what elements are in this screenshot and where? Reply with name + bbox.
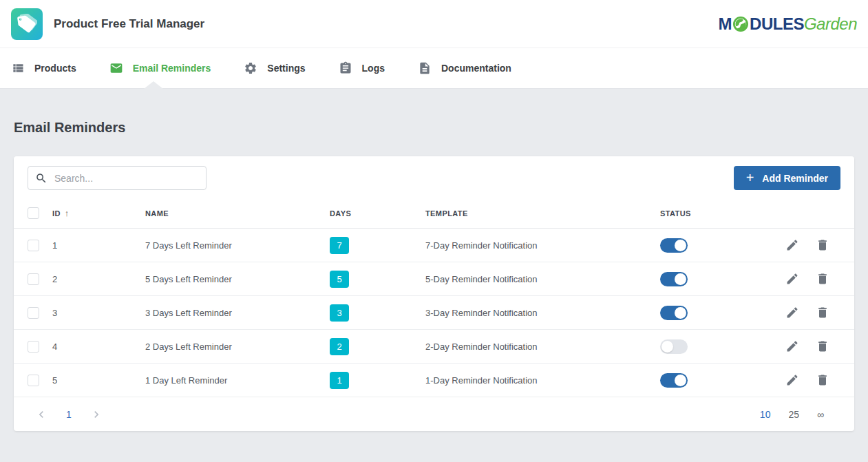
sort-asc-icon: ↑ bbox=[65, 208, 70, 218]
nav-item-documentation[interactable]: Documentation bbox=[418, 61, 511, 75]
clipboard-icon bbox=[339, 61, 352, 75]
nav-label: Settings bbox=[267, 63, 305, 74]
delete-button[interactable] bbox=[816, 272, 829, 286]
delete-button[interactable] bbox=[816, 306, 829, 319]
app-header: Product Free Trial Manager M DULES Garde… bbox=[0, 0, 868, 48]
cell-id: 3 bbox=[52, 308, 145, 318]
price-tag-icon bbox=[17, 14, 37, 34]
search-input[interactable] bbox=[54, 173, 199, 184]
status-toggle[interactable] bbox=[660, 373, 688, 388]
edit-button[interactable] bbox=[785, 238, 799, 252]
status-toggle[interactable] bbox=[660, 339, 688, 354]
status-toggle[interactable] bbox=[660, 272, 688, 286]
trash-icon bbox=[816, 272, 829, 286]
delete-button[interactable] bbox=[816, 238, 829, 252]
add-reminder-button[interactable]: + Add Reminder bbox=[734, 166, 840, 190]
active-tab-caret bbox=[144, 81, 163, 89]
cell-id: 5 bbox=[52, 375, 145, 386]
column-header-status[interactable]: STATUS bbox=[660, 209, 785, 218]
add-reminder-label: Add Reminder bbox=[762, 173, 828, 184]
row-checkbox[interactable] bbox=[28, 341, 39, 353]
table-row: 2 5 Days Left Reminder 5 5-Day Reminder … bbox=[14, 262, 854, 296]
toggle-knob bbox=[675, 273, 686, 285]
brand-text-m: M bbox=[719, 14, 732, 34]
days-badge: 2 bbox=[330, 338, 349, 355]
cell-template: 5-Day Reminder Notification bbox=[425, 274, 660, 284]
pencil-icon bbox=[785, 373, 799, 387]
modulesgarden-logo: M DULES Garden bbox=[719, 14, 857, 34]
main-nav: Products Email Reminders Settings Logs D… bbox=[0, 48, 868, 89]
page-size-10[interactable]: 10 bbox=[760, 409, 771, 420]
cell-template: 1-Day Reminder Notification bbox=[425, 375, 660, 386]
cell-template: 3-Day Reminder Notification bbox=[425, 308, 660, 318]
column-header-template[interactable]: TEMPLATE bbox=[425, 209, 660, 218]
brand-text-dules: DULES bbox=[750, 14, 804, 34]
cell-name: 1 Day Left Reminder bbox=[145, 375, 330, 386]
nav-label: Products bbox=[34, 63, 76, 74]
page-title: Email Reminders bbox=[14, 120, 854, 136]
column-header-days[interactable]: DAYS bbox=[330, 209, 425, 218]
cell-name: 2 Days Left Reminder bbox=[145, 342, 330, 352]
days-badge: 3 bbox=[330, 304, 349, 322]
select-all-checkbox[interactable] bbox=[28, 207, 39, 219]
edit-button[interactable] bbox=[785, 339, 799, 353]
nav-item-settings[interactable]: Settings bbox=[244, 61, 305, 75]
gear-icon bbox=[244, 61, 257, 75]
nav-item-logs[interactable]: Logs bbox=[339, 61, 385, 75]
trash-icon bbox=[816, 238, 829, 252]
status-toggle[interactable] bbox=[660, 238, 688, 253]
cell-template: 7-Day Reminder Notification bbox=[425, 240, 660, 251]
cell-name: 5 Days Left Reminder bbox=[145, 274, 330, 284]
page-content: Email Reminders + Add Reminder ID↑ NAME … bbox=[0, 120, 868, 431]
search-box bbox=[28, 166, 207, 190]
brand-text-garden: Garden bbox=[804, 14, 857, 34]
document-icon bbox=[418, 61, 432, 75]
row-checkbox[interactable] bbox=[28, 375, 39, 386]
table-row: 4 2 Days Left Reminder 2 2-Day Reminder … bbox=[14, 330, 854, 364]
cell-name: 3 Days Left Reminder bbox=[145, 308, 330, 318]
column-header-id[interactable]: ID↑ bbox=[52, 208, 145, 218]
nav-label: Logs bbox=[362, 63, 385, 74]
table-row: 1 7 Days Left Reminder 7 7-Day Reminder … bbox=[14, 229, 854, 262]
chevron-right-icon[interactable] bbox=[89, 408, 103, 421]
nav-label: Documentation bbox=[441, 63, 511, 74]
delete-button[interactable] bbox=[816, 373, 829, 387]
days-badge: 5 bbox=[330, 271, 349, 288]
table-header-row: ID↑ NAME DAYS TEMPLATE STATUS bbox=[14, 198, 854, 229]
email-icon bbox=[109, 61, 123, 75]
pencil-icon bbox=[785, 339, 799, 353]
days-badge: 7 bbox=[330, 237, 349, 254]
nav-item-products[interactable]: Products bbox=[11, 61, 76, 75]
chevron-left-icon[interactable] bbox=[34, 408, 48, 421]
days-badge: 1 bbox=[330, 372, 349, 389]
select-all-cell bbox=[14, 207, 52, 219]
row-checkbox[interactable] bbox=[28, 273, 39, 285]
search-icon bbox=[35, 172, 47, 185]
column-header-name[interactable]: NAME bbox=[145, 209, 330, 218]
page-size-selector: 10 25 ∞ bbox=[760, 409, 824, 420]
globe-icon bbox=[732, 16, 749, 32]
page-size-25[interactable]: 25 bbox=[788, 409, 799, 420]
nav-item-email-reminders[interactable]: Email Reminders bbox=[109, 61, 211, 75]
delete-button[interactable] bbox=[816, 339, 829, 353]
table-row: 5 1 Day Left Reminder 1 1-Day Reminder N… bbox=[14, 364, 854, 397]
toggle-knob bbox=[675, 240, 686, 251]
edit-button[interactable] bbox=[785, 373, 799, 387]
reminders-card: + Add Reminder ID↑ NAME DAYS TEMPLATE ST… bbox=[14, 156, 854, 431]
cell-id: 1 bbox=[52, 240, 145, 251]
cell-template: 2-Day Reminder Notification bbox=[425, 342, 660, 352]
trash-icon bbox=[816, 339, 829, 353]
status-toggle[interactable] bbox=[660, 306, 688, 320]
current-page[interactable]: 1 bbox=[66, 409, 72, 420]
trash-icon bbox=[816, 373, 829, 387]
page-size-all[interactable]: ∞ bbox=[817, 409, 824, 420]
toggle-knob bbox=[675, 375, 686, 386]
toggle-knob bbox=[661, 341, 673, 353]
row-checkbox[interactable] bbox=[28, 307, 39, 319]
edit-button[interactable] bbox=[785, 272, 799, 286]
cell-id: 4 bbox=[52, 342, 145, 352]
edit-button[interactable] bbox=[785, 306, 799, 319]
card-toolbar: + Add Reminder bbox=[14, 156, 854, 198]
app-logo bbox=[11, 8, 43, 40]
row-checkbox[interactable] bbox=[28, 240, 39, 251]
